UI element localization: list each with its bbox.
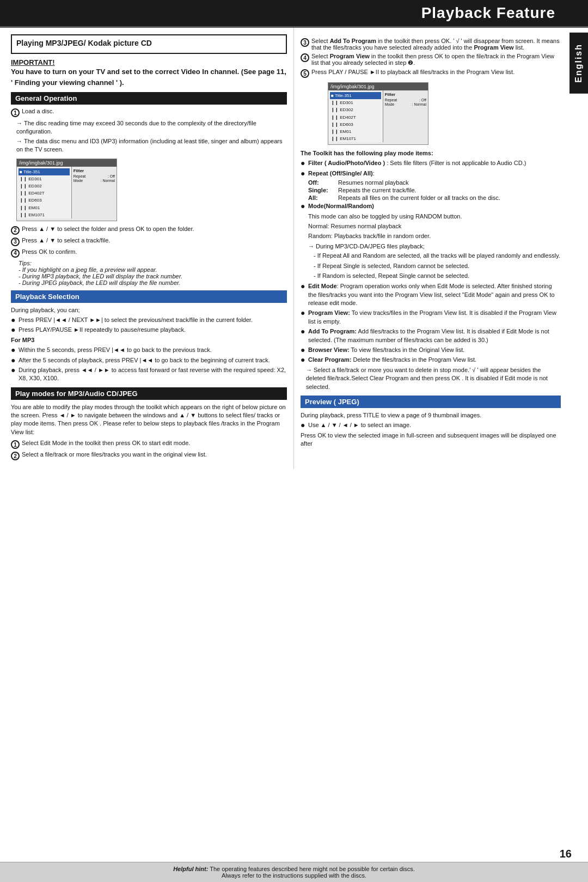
repeat-dot: ● — [301, 169, 306, 178]
step4-num: 4 — [11, 249, 20, 258]
preview-text2: Press OK to view the selected image in f… — [301, 431, 561, 448]
step2-item: 2 Press ▲ / ▼ to select the folder and p… — [11, 226, 287, 235]
pb-bullet2: ● Press PLAY/PAUSE ►II repeatedly to pau… — [11, 326, 287, 334]
r-step3-text: Select Add To Program in the toolkit the… — [311, 38, 561, 51]
tip2: - During MP3 playback, the LED will disp… — [19, 273, 287, 279]
browser-view-text: Browser View: To view files/tracks in th… — [308, 346, 464, 354]
important-label: IMPORTANT! — [11, 58, 287, 66]
edit-mode-dot: ● — [301, 282, 306, 307]
for-mp3-label: For MP3 — [11, 336, 287, 344]
screen-image-1: /img/imgbak/301.jpg ■ Title-351 ❙❙ ED301… — [16, 159, 117, 221]
r-step5-num: 5 — [301, 69, 309, 78]
tips-label: Tips: — [19, 260, 287, 266]
step3-num: 3 — [11, 238, 20, 246]
file-item-2: ❙❙ ED301 — [19, 175, 70, 183]
r-file-item-6: ❙❙ EM01 — [330, 128, 381, 135]
hint-text: The operating features described here mi… — [210, 866, 415, 872]
mode-arrow4: - If Random is selected, Repeat Single c… — [314, 272, 561, 280]
tip1: - If you highlight on a jpeg file, a pre… — [19, 266, 287, 273]
add-program-bullet: ● Add To Program: Add files/tracks to th… — [301, 327, 561, 344]
file-item-4: ❙❙ ED402T — [19, 190, 70, 197]
clear-program-text: Clear Program: Delete the files/tracks i… — [308, 356, 476, 364]
hint-bold: Helpful hint: — [173, 866, 208, 872]
tips-section: Tips: - If you highlight on a jpeg file,… — [19, 260, 287, 286]
pm-step2-num: 2 — [11, 452, 20, 460]
r-filter-row-repeat: Repeat : Off — [385, 98, 426, 102]
program-view-text: Program View: To view tracks/files in th… — [308, 309, 561, 326]
screen-image-2: /img/imgbak/301.jpg ■ Title-351 ❙❙ ED301… — [328, 82, 428, 145]
bullet-dot-1: ● — [11, 316, 16, 324]
program-view-dot: ● — [301, 309, 306, 326]
bullet-dot-2: ● — [11, 326, 16, 334]
bullet-dot-5: ● — [11, 366, 16, 383]
mode-text2: Normal: Resumes normal playback — [308, 222, 561, 230]
repeat-off-label: Off: — [308, 179, 338, 186]
playback-selection-header: Playback Selection — [11, 290, 287, 303]
right-column: 3 Select Add To Program in the toolkit t… — [294, 28, 588, 469]
filter-panel-2: Filter Repeat : Off Mode : Normal — [383, 90, 428, 142]
r-file-item-2: ❙❙ ED301 — [330, 99, 381, 106]
clear-program-bullet: ● Clear Program: Delete the files/tracks… — [301, 356, 561, 364]
playback-intro: During playback, you can; — [11, 306, 287, 314]
file-item-6: ❙❙ EM01 — [19, 204, 70, 211]
important-section: IMPORTANT! You have to turn on your TV a… — [11, 58, 287, 88]
r-step5: 5 Press PLAY / PAUSE ►II to playback all… — [301, 69, 561, 78]
r-step5-text: Press PLAY / PAUSE ►II to playback all f… — [311, 69, 514, 78]
repeat-single-label: Single: — [308, 187, 338, 193]
language-tab: English — [569, 33, 588, 94]
pm-step1-num: 1 — [11, 440, 20, 449]
filter-dot: ● — [301, 159, 306, 167]
r-step4-text: Select Program View in the toolkit then … — [311, 53, 561, 66]
file-item-7: ❙❙ EM1071 — [19, 211, 70, 218]
screen-body-2: ■ Title-351 ❙❙ ED301 ❙❙ ED302 ❙❙ ED402T … — [328, 90, 428, 142]
browser-view-dot: ● — [301, 346, 306, 354]
pm-step2-text: Select a file/track or more files/tracks… — [22, 451, 207, 460]
bullet-dot-4: ● — [11, 356, 16, 364]
add-program-text: Add To Program: Add files/tracks to the … — [308, 327, 561, 344]
filter-bullet: ● Filter ( Audio/Photo/Video ) : Sets fi… — [301, 159, 561, 167]
r-file-item-selected: ■ Title-351 — [330, 92, 381, 99]
filter-row-repeat: Repeat : Off — [74, 174, 115, 178]
r-step4: 4 Select Program View in the toolkit the… — [301, 53, 561, 66]
step1-text: Load a disc. — [22, 108, 54, 117]
step1-item: 1 Load a disc. — [11, 108, 287, 117]
hint-bar: Helpful hint: The operating features des… — [0, 862, 588, 882]
step4-text: Press OK to confirm. — [22, 248, 77, 258]
preview-jpeg-header: Preview ( JPEG) — [301, 396, 561, 408]
file-list-1: ■ Title-351 ❙❙ ED301 ❙❙ ED302 ❙❙ ED402T … — [17, 167, 72, 218]
mode-bullet: ● Mode(Normal/Random) — [301, 202, 561, 210]
r-step3-num: 3 — [301, 38, 309, 47]
repeat-single-row: Single: Repeats the current track/file. — [308, 187, 561, 193]
play-modes-intro: You are able to modify the play modes th… — [11, 403, 287, 437]
preview-bullet1: ● Use ▲ / ▼ / ◄ / ► to select an image. — [301, 421, 561, 429]
repeat-all-label: All: — [308, 194, 338, 201]
r-file-item-5: ❙❙ ED603 — [330, 121, 381, 128]
step4-item: 4 Press OK to confirm. — [11, 248, 287, 258]
edit-mode-text: Edit Mode: Program operation works only … — [308, 282, 561, 307]
clear-program-dot: ● — [301, 356, 306, 364]
tip3: - During JPEG playback, the LED will dis… — [19, 279, 287, 286]
mode-label: Mode(Normal/Random) — [308, 202, 374, 210]
repeat-off-text: Resumes normal playback — [338, 179, 409, 186]
r-file-item-3: ❙❙ ED302 — [330, 106, 381, 113]
r-filter-label: Filter — [385, 92, 426, 97]
pb-bullet1: ● Press PREV |◄◄ / NEXT ►►| to select th… — [11, 316, 287, 324]
add-program-dot: ● — [301, 327, 306, 344]
mode-arrow1: During MP3/CD-DA/JPEG files playback; — [308, 242, 561, 251]
r-step4-num: 4 — [301, 53, 309, 62]
mode-dot: ● — [301, 202, 306, 210]
arrow2: The data disc menu and ID3 (MP3) informa… — [16, 137, 287, 154]
filter-text: Filter ( Audio/Photo/Video ) : Sets file… — [308, 159, 526, 167]
pb-bullet5: ● During playback, press ◄◄ / ►► to acce… — [11, 366, 287, 383]
pb-bullet4: ● After the 5 seconds of playback, press… — [11, 356, 287, 364]
mode-text1: This mode can also be toggled by using R… — [308, 212, 561, 221]
step3-item: 3 Press ▲ / ▼ to select a track/file. — [11, 237, 287, 246]
preview-dot1: ● — [301, 421, 306, 429]
general-operation-header: General Operation — [11, 92, 287, 105]
clear-program-arrow: Select a file/track or more you want to … — [306, 366, 561, 391]
file-item-3: ❙❙ ED302 — [19, 183, 70, 190]
bullet-dot-3: ● — [11, 346, 16, 354]
step3-text: Press ▲ / ▼ to select a track/file. — [22, 237, 110, 246]
filter-row-mode: Mode : Normal — [74, 179, 115, 183]
play-modes-header: Play modes for MP3/Audio CD/JPEG — [11, 387, 287, 400]
